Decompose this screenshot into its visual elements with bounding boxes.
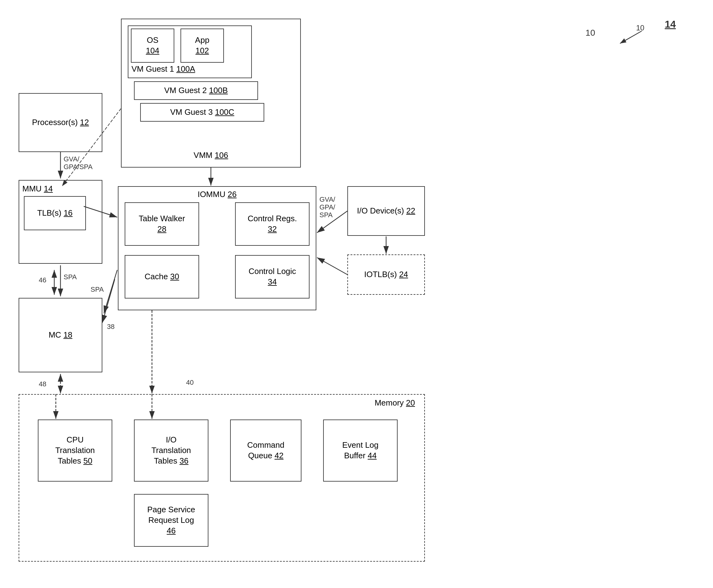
control-regs-box: Control Regs.32 bbox=[235, 202, 309, 246]
svg-text:38: 38 bbox=[107, 323, 114, 331]
mc-box: MC 18 bbox=[19, 298, 102, 372]
svg-text:10: 10 bbox=[636, 25, 645, 32]
control-logic-label: Control Logic34 bbox=[249, 266, 296, 287]
processor-box: Processor(s) 12 bbox=[19, 93, 102, 152]
vm-guest1-box: VM Guest 1 100A bbox=[128, 25, 252, 78]
table-walker-box: Table Walker28 bbox=[125, 202, 199, 246]
svg-text:GVA/: GVA/ bbox=[320, 195, 336, 203]
event-log-box: Event LogBuffer 44 bbox=[323, 420, 397, 482]
svg-text:48: 48 bbox=[39, 380, 46, 388]
page-service-label: Page ServiceRequest Log46 bbox=[147, 505, 195, 536]
svg-text:GPA/: GPA/ bbox=[320, 203, 336, 211]
memory-box: Memory 20 CPUTranslationTables 50 I/OTra… bbox=[19, 394, 425, 562]
svg-line-29 bbox=[620, 31, 642, 43]
ref-10: 10 bbox=[586, 28, 595, 38]
command-queue-box: CommandQueue 42 bbox=[230, 420, 301, 482]
svg-text:40: 40 bbox=[186, 379, 194, 386]
control-logic-box: Control Logic34 bbox=[235, 255, 309, 298]
svg-text:SPA: SPA bbox=[90, 286, 104, 293]
vmm-label: VMM 106 bbox=[194, 150, 228, 161]
io-translation-label: I/OTranslationTables 36 bbox=[151, 435, 191, 466]
svg-text:GPA/SPA: GPA/SPA bbox=[64, 163, 93, 171]
svg-line-14 bbox=[102, 279, 115, 323]
command-queue-label: CommandQueue 42 bbox=[247, 440, 284, 461]
cache-box: Cache 30 bbox=[125, 255, 199, 298]
iotlb-box: IOTLB(s) 24 bbox=[347, 254, 425, 295]
vmm-box: OS 104 App 102 VM Guest 1 100A VM Guest … bbox=[121, 19, 301, 168]
processor-label: Processor(s) 12 bbox=[32, 117, 89, 128]
io-translation-box: I/OTranslationTables 36 bbox=[134, 420, 209, 482]
memory-label: Memory 20 bbox=[375, 398, 415, 408]
tlb-label: TLB(s) 16 bbox=[37, 208, 72, 218]
vm-guest3-label: VM Guest 3 100C bbox=[170, 107, 235, 118]
mmu-label: MMU 14 bbox=[22, 184, 53, 194]
io-devices-label: I/O Device(s) 22 bbox=[357, 206, 415, 216]
cache-label: Cache 30 bbox=[145, 272, 179, 282]
iommu-outer-box: IOMMU 26 Table Walker28 Control Regs.32 … bbox=[118, 186, 316, 310]
svg-line-25 bbox=[317, 257, 347, 275]
io-devices-box: I/O Device(s) 22 bbox=[347, 186, 425, 236]
svg-text:SPA: SPA bbox=[64, 273, 77, 281]
cpu-translation-label: CPUTranslationTables 50 bbox=[55, 435, 95, 466]
vm-guest3-box: VM Guest 3 100C bbox=[140, 103, 264, 122]
iommu-label: IOMMU 26 bbox=[198, 189, 237, 200]
control-regs-label: Control Regs.32 bbox=[248, 213, 297, 235]
tlb-box: TLB(s) 16 bbox=[24, 196, 86, 230]
iotlb-label: IOTLB(s) 24 bbox=[364, 269, 408, 280]
ref-100: 14 bbox=[665, 19, 676, 30]
page-service-box: Page ServiceRequest Log46 bbox=[134, 494, 209, 547]
diagram: 14 10 OS 104 App 102 VM Guest 1 100A VM … bbox=[0, 0, 713, 588]
svg-line-13 bbox=[104, 270, 117, 313]
cpu-translation-box: CPUTranslationTables 50 bbox=[38, 420, 112, 482]
vm-guest2-box: VM Guest 2 100B bbox=[134, 81, 258, 100]
svg-line-24 bbox=[317, 211, 347, 233]
vm-guest2-label: VM Guest 2 100B bbox=[164, 85, 228, 96]
mmu-box: MMU 14 TLB(s) 16 bbox=[19, 180, 102, 264]
event-log-label: Event LogBuffer 44 bbox=[342, 440, 379, 461]
svg-text:SPA: SPA bbox=[320, 211, 333, 219]
ref-10-arrow: 10 bbox=[614, 25, 651, 50]
mc-label: MC 18 bbox=[49, 330, 72, 340]
svg-text:46: 46 bbox=[39, 276, 46, 284]
vm-guest1-label: VM Guest 1 100A bbox=[131, 64, 195, 75]
svg-text:GVA/: GVA/ bbox=[64, 155, 80, 163]
table-walker-label: Table Walker28 bbox=[138, 213, 185, 235]
